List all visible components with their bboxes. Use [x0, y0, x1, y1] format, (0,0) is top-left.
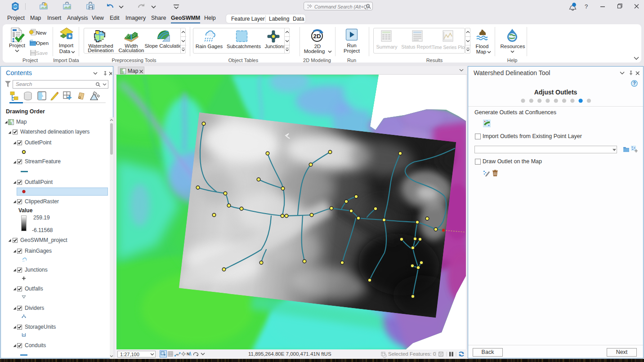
- svg-text:Selected Features: 0: Selected Features: 0: [388, 351, 436, 357]
- svg-text:?: ?: [585, 3, 588, 10]
- svg-text:N: N: [187, 352, 190, 356]
- svg-text:2D: 2D: [313, 33, 322, 40]
- svg-text:?: ?: [633, 81, 636, 86]
